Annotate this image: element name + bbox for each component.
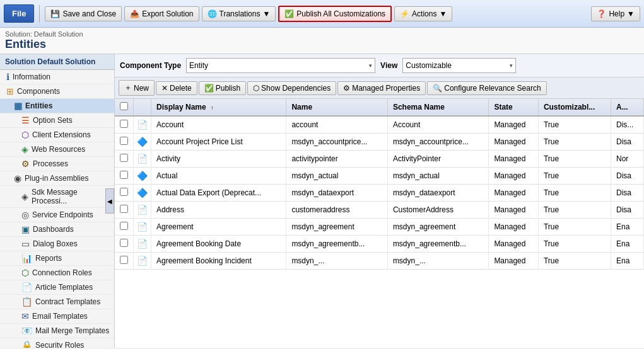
row-checkbox-cell[interactable]: [115, 168, 134, 185]
display-name-cell-3[interactable]: Actual: [151, 168, 286, 185]
new-button[interactable]: ＋ New: [119, 80, 155, 96]
row-icon-cell-6: 📄: [134, 219, 151, 236]
state-cell-2: Managed: [489, 151, 539, 168]
name-header[interactable]: Name: [286, 99, 388, 116]
view-select[interactable]: Customizable: [402, 58, 516, 73]
configure-search-button[interactable]: 🔍 Configure Relevance Search: [427, 81, 546, 95]
translations-arrow: ▼: [262, 9, 270, 18]
table-row[interactable]: 📄 Account account Account Managed True D…: [115, 116, 644, 134]
export-solution-button[interactable]: 📤 Export Solution: [124, 6, 199, 21]
sidebar-item-entities[interactable]: ▦Entities: [0, 99, 114, 113]
row-checkbox-7[interactable]: [120, 239, 128, 247]
table-row[interactable]: 📄 Agreement msdyn_agreement msdyn_agreem…: [115, 219, 644, 236]
table-row[interactable]: 🔷 Actual Data Export (Deprecat... msdyn_…: [115, 185, 644, 202]
auto-cell-5: Disa: [611, 202, 644, 219]
sidebar-item-reports[interactable]: 📊Reports: [0, 251, 114, 266]
row-checkbox-8[interactable]: [120, 256, 128, 264]
sidebar-item-email-templates[interactable]: ✉Email Templates: [0, 309, 114, 324]
row-checkbox-cell[interactable]: [115, 116, 134, 134]
delete-button[interactable]: ✕ Delete: [156, 81, 197, 95]
row-checkbox-cell[interactable]: [115, 236, 134, 253]
select-all-checkbox-header[interactable]: [115, 99, 134, 116]
sidebar-item-label-option-sets: Option Sets: [33, 116, 73, 125]
row-icon-cell-5: 📄: [134, 202, 151, 219]
show-dependencies-button[interactable]: ⬡ Show Dependencies: [247, 81, 336, 95]
row-checkbox-1[interactable]: [120, 137, 128, 145]
component-type-select[interactable]: Entity: [186, 58, 375, 73]
display-name-cell-8[interactable]: Agreement Booking Incident: [151, 253, 286, 270]
table-row[interactable]: 📄 Agreement Booking Incident msdyn_... m…: [115, 253, 644, 270]
sidebar-item-components[interactable]: ⊞Components: [0, 84, 114, 99]
display-name-header[interactable]: Display Name ↑: [151, 99, 286, 116]
row-checkbox-cell[interactable]: [115, 134, 134, 151]
translations-button[interactable]: 🌐 Translations ▼: [202, 6, 276, 21]
publish-all-button[interactable]: ✅ Publish All Customizations: [278, 6, 392, 22]
help-label: Help: [609, 9, 624, 18]
sidebar-item-connection-roles[interactable]: ⬡Connection Roles: [0, 266, 114, 280]
display-name-cell-7[interactable]: Agreement Booking Date: [151, 236, 286, 253]
select-all-checkbox[interactable]: [120, 102, 128, 110]
display-name-cell-2[interactable]: Activity: [151, 151, 286, 168]
row-icon-2: 📄: [137, 154, 148, 164]
table-row[interactable]: 🔷 Actual msdyn_actual msdyn_actual Manag…: [115, 168, 644, 185]
display-name-cell-4[interactable]: Actual Data Export (Deprecat...: [151, 185, 286, 202]
sidebar-item-plugin-assemblies[interactable]: ◉Plug-in Assemblies: [0, 171, 114, 186]
state-cell-5: Managed: [489, 202, 539, 219]
table-row[interactable]: 🔷 Account Project Price List msdyn_accou…: [115, 134, 644, 151]
display-name-cell-5[interactable]: Address: [151, 202, 286, 219]
auto-header[interactable]: A...: [611, 99, 644, 116]
sidebar-item-dashboards[interactable]: ▣Dashboards: [0, 222, 114, 237]
row-checkbox-2[interactable]: [120, 154, 128, 162]
display-name-cell-0[interactable]: Account: [151, 116, 286, 134]
sidebar-item-mail-merge[interactable]: 📧Mail Merge Templates: [0, 324, 114, 338]
schema-name-cell-4: msdyn_dataexport: [387, 185, 489, 202]
row-checkbox-cell[interactable]: [115, 219, 134, 236]
table-row[interactable]: 📄 Activity activitypointer ActivityPoint…: [115, 151, 644, 168]
sidebar-item-sdk-message[interactable]: ◈Sdk Message Processi...: [0, 186, 114, 208]
customizable-cell-3: True: [538, 168, 611, 185]
row-checkbox-0[interactable]: [120, 120, 128, 128]
processes-icon: ⚙: [21, 159, 30, 169]
state-header[interactable]: State: [489, 99, 539, 116]
sidebar-item-service-endpoints[interactable]: ◎Service Endpoints: [0, 208, 114, 222]
sidebar-item-option-sets[interactable]: ☰Option Sets: [0, 113, 114, 128]
row-checkbox-6[interactable]: [120, 222, 128, 230]
sidebar-item-web-resources[interactable]: ◈Web Resources: [0, 142, 114, 157]
help-button[interactable]: ❓ Help ▼: [591, 6, 640, 21]
row-checkbox-4[interactable]: [120, 188, 128, 196]
sidebar-collapse-button[interactable]: ◀: [105, 188, 114, 214]
display-name-cell-1[interactable]: Account Project Price List: [151, 134, 286, 151]
sidebar-item-processes[interactable]: ⚙Processes: [0, 157, 114, 171]
managed-icon: ⚙: [343, 84, 350, 93]
save-close-button[interactable]: 💾 Save and Close: [45, 6, 122, 21]
actions-button[interactable]: ⚡ Actions ▼: [394, 6, 452, 21]
sidebar-item-dialog-boxes[interactable]: ▭Dialog Boxes: [0, 237, 114, 251]
display-name-cell-6[interactable]: Agreement: [151, 219, 286, 236]
row-checkbox-cell[interactable]: [115, 202, 134, 219]
schema-name-cell-5: CustomerAddress: [387, 202, 489, 219]
search-icon: 🔍: [433, 84, 442, 93]
row-checkbox-cell[interactable]: [115, 151, 134, 168]
sidebar-item-article-templates[interactable]: 📄Article Templates: [0, 280, 114, 295]
table-row[interactable]: 📄 Agreement Booking Date msdyn_agreement…: [115, 236, 644, 253]
row-checkbox-cell[interactable]: [115, 185, 134, 202]
table-header-row: Display Name ↑ Name Schema Name State Cu…: [115, 99, 644, 116]
sidebar-item-information[interactable]: ℹInformation: [0, 70, 114, 84]
contract-templates-icon: 📋: [21, 297, 32, 307]
configure-search-label: Configure Relevance Search: [444, 84, 541, 93]
sidebar-item-contract-templates[interactable]: 📋Contract Templates: [0, 295, 114, 309]
row-checkbox-3[interactable]: [120, 171, 128, 179]
state-cell-4: Managed: [489, 185, 539, 202]
sidebar-item-client-extensions[interactable]: ⬡Client Extensions: [0, 128, 114, 142]
schema-name-header[interactable]: Schema Name: [387, 99, 489, 116]
row-checkbox-5[interactable]: [120, 205, 128, 213]
table-row[interactable]: 📄 Address customeraddress CustomerAddres…: [115, 202, 644, 219]
row-checkbox-cell[interactable]: [115, 253, 134, 270]
sidebar-item-label-dashboards: Dashboards: [33, 225, 74, 234]
managed-properties-button[interactable]: ⚙ Managed Properties: [337, 81, 426, 95]
customizable-header[interactable]: Customizabl...: [538, 99, 611, 116]
sidebar-item-security-roles[interactable]: 🔒Security Roles: [0, 338, 114, 348]
export-icon: 📤: [130, 9, 139, 18]
publish-button[interactable]: ✅ Publish: [199, 81, 246, 95]
file-button[interactable]: File: [4, 4, 34, 23]
